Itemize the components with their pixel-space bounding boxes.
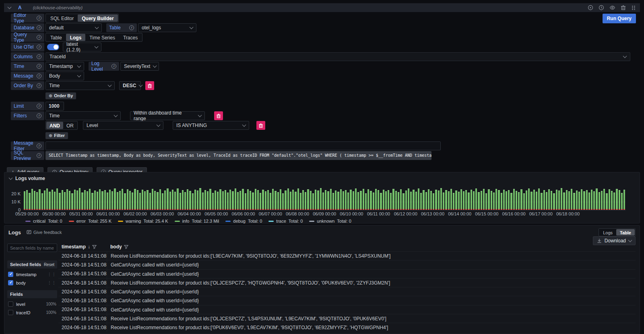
order-direction-select[interactable]: DESC (119, 81, 141, 90)
checkbox-checked[interactable] (8, 280, 13, 285)
remove-order-by-button[interactable] (145, 81, 154, 90)
field-row[interactable]: traceID100% (7, 310, 57, 315)
database-select[interactable]: default (45, 23, 102, 32)
table-select[interactable]: otel_logs (138, 23, 196, 32)
limit-input[interactable] (45, 102, 64, 111)
filter1-operator-select[interactable]: Within dashboard time range (130, 111, 205, 120)
checkbox-unchecked[interactable] (8, 310, 13, 315)
use-otel-toggle[interactable] (47, 44, 59, 50)
tab-query-builder[interactable]: Query Builder (78, 14, 118, 22)
message-filter-input[interactable] (45, 141, 441, 150)
filter1-field-select[interactable]: Time (45, 111, 121, 120)
tab-sql-editor[interactable]: SQL Editor (46, 14, 78, 22)
error-segment (46, 209, 48, 210)
help-icon[interactable] (588, 5, 593, 10)
sort-desc-icon[interactable] (88, 244, 90, 250)
logs-volume-header[interactable]: Logs volume (4, 172, 640, 181)
legend-item[interactable]: debugTotal: 0 (225, 219, 262, 223)
tab-table[interactable]: Table (46, 34, 66, 41)
error-segment (227, 209, 229, 210)
info-icon[interactable] (37, 25, 41, 30)
info-icon[interactable] (37, 16, 41, 20)
remove-filter2-button[interactable] (256, 121, 265, 130)
tab-time-series[interactable]: Time Series (85, 34, 119, 41)
drag-handle-icon[interactable] (631, 5, 636, 10)
reset-button[interactable]: Reset (44, 262, 54, 267)
info-icon[interactable] (37, 83, 41, 88)
checkbox-checked[interactable] (8, 272, 13, 277)
collapse-chevron-icon[interactable] (8, 5, 12, 9)
info-icon[interactable] (37, 113, 41, 118)
info-icon[interactable] (129, 25, 134, 30)
volume-bar (330, 189, 332, 210)
add-filter-button[interactable]: Filter (45, 132, 68, 139)
run-query-button[interactable]: Run Query (603, 14, 636, 23)
x-axis-tick: 06/16 00:00 (502, 211, 526, 216)
error-segment (87, 209, 88, 210)
filter-icon[interactable] (124, 245, 128, 249)
history-icon[interactable] (599, 5, 604, 10)
legend-item[interactable]: unknownTotal: 0 (309, 219, 351, 223)
legend-item[interactable]: traceTotal: 0 (268, 219, 303, 223)
info-icon[interactable] (37, 54, 41, 59)
info-icon[interactable] (37, 143, 41, 148)
collapse-chevron-icon[interactable] (9, 176, 13, 180)
give-feedback-link[interactable]: Give feedback (27, 230, 62, 235)
info-icon[interactable] (37, 104, 41, 109)
filter-icon[interactable] (92, 245, 97, 249)
query-row-actions (588, 5, 636, 10)
selected-field-row[interactable]: timestamp (7, 272, 57, 277)
checkbox-unchecked[interactable] (8, 301, 13, 307)
table-row[interactable]: 2024-06-18 14:51:08GetCartAsync called w… (58, 260, 636, 269)
info-icon[interactable] (37, 45, 41, 49)
columns-multiselect[interactable]: TraceId (45, 52, 630, 61)
table-row[interactable]: 2024-06-18 14:51:08Receive ListRecommend… (58, 314, 636, 323)
remove-filter1-button[interactable] (214, 111, 223, 120)
otel-version-select[interactable]: latest (1.2.9) (63, 43, 101, 51)
toggle-table[interactable]: Table (616, 229, 635, 236)
or-option[interactable]: OR (63, 122, 77, 129)
volume-bar (495, 189, 497, 210)
drag-handle-icon[interactable] (47, 281, 56, 285)
table-row[interactable]: 2024-06-18 14:51:08Receive ListRecommend… (58, 323, 636, 332)
timestamp-column-header[interactable]: timestamp (58, 244, 107, 250)
selected-field-row[interactable]: body (7, 280, 57, 285)
body-column-header[interactable]: body (107, 244, 128, 250)
table-row[interactable]: 2024-06-18 14:51:08Receive ListRecommend… (58, 278, 636, 287)
tab-traces[interactable]: Traces (119, 34, 142, 41)
field-row[interactable]: level100% (7, 301, 57, 307)
error-segment (576, 209, 578, 210)
trash-icon[interactable] (621, 5, 626, 10)
time-column-select[interactable]: Timestamp (45, 62, 84, 71)
query-row-header[interactable]: A (clickhouse-observability) (4, 3, 640, 12)
error-segment (229, 209, 231, 210)
info-icon[interactable] (111, 64, 116, 69)
info-icon[interactable] (37, 64, 41, 69)
info-icon[interactable] (37, 74, 41, 78)
table-row[interactable]: 2024-06-18 14:51:08Receive ListRecommend… (58, 251, 636, 260)
search-fields-input[interactable] (7, 244, 57, 252)
legend-item[interactable]: warningTotal: 25.4 K (118, 219, 168, 223)
table-row[interactable]: 2024-06-18 14:51:08GetCartAsync called w… (58, 305, 636, 314)
log-level-select[interactable]: SeverityText (120, 62, 159, 71)
eye-icon[interactable] (609, 5, 615, 10)
table-row[interactable]: 2024-06-18 14:51:08GetCartAsync called w… (58, 296, 636, 305)
filter2-field-select[interactable]: Level (83, 121, 163, 130)
logs-volume-plot[interactable] (24, 186, 625, 210)
tab-logs[interactable]: Logs (66, 34, 86, 41)
drag-handle-icon[interactable] (47, 272, 56, 277)
filter2-operator-select[interactable]: IS ANYTHING (173, 121, 249, 130)
add-order-by-button[interactable]: Order By (45, 92, 76, 99)
legend-item[interactable]: errorTotal: 255 K (69, 219, 111, 223)
info-icon[interactable] (37, 35, 41, 40)
legend-item[interactable]: criticalTotal: 0 (25, 219, 62, 223)
table-row[interactable]: 2024-06-18 14:51:08GetCartAsync called w… (58, 269, 636, 278)
order-by-field-select[interactable]: Time (45, 81, 115, 90)
table-row[interactable]: 2024-06-18 14:51:08GetCartAsync called w… (58, 287, 636, 296)
info-icon[interactable] (37, 153, 41, 158)
message-column-select[interactable]: Body (45, 72, 84, 80)
volume-bar (49, 192, 50, 210)
and-option[interactable]: AND (46, 122, 63, 129)
toggle-logs[interactable]: Logs (599, 229, 616, 236)
legend-item[interactable]: infoTotal: 12.3 Mil (175, 219, 219, 223)
